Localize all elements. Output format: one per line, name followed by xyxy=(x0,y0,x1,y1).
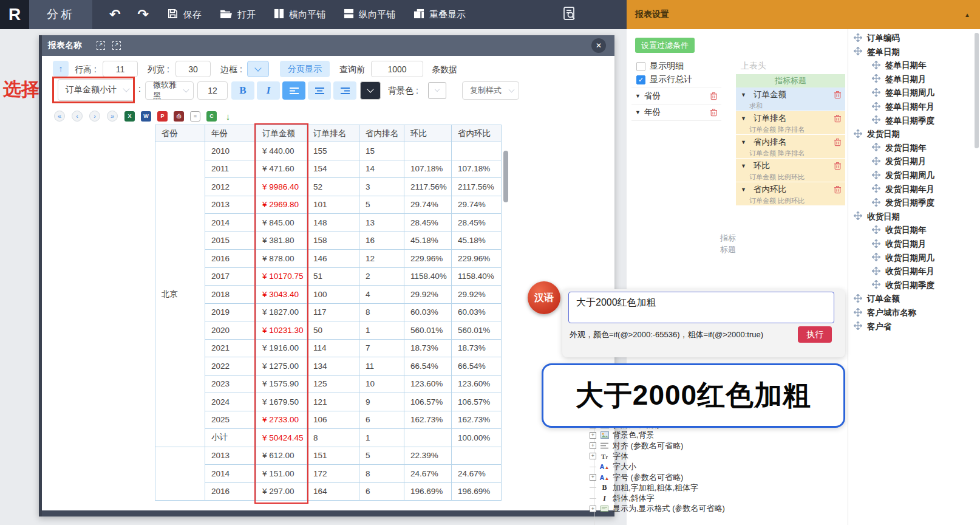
row-height-input[interactable]: 11 xyxy=(103,61,138,77)
table-row[interactable]: 2014¥ 151.00172824.67%24.67% xyxy=(155,465,502,483)
cell-rank[interactable]: 51 xyxy=(307,267,359,286)
cell-rank[interactable]: 125 xyxy=(307,375,359,393)
cell-amount[interactable]: ¥ 1275.00 xyxy=(256,357,307,376)
drag-handle-icon[interactable] xyxy=(872,267,880,277)
drag-handle-icon[interactable] xyxy=(854,211,862,222)
field-item[interactable]: 签单日期周几 xyxy=(859,88,934,98)
field-list-scrollbar[interactable] xyxy=(975,33,979,148)
show-row-total-checkbox-row[interactable]: ✓ 显示行总计 xyxy=(636,74,692,85)
cell-mom[interactable] xyxy=(404,142,452,160)
indicator-card[interactable]: ▼省内环比订单金额 比例环比 xyxy=(736,182,845,205)
expand-icon[interactable]: + xyxy=(590,442,596,449)
cell-year[interactable]: 2020 xyxy=(205,321,256,340)
first-page-icon[interactable]: « xyxy=(54,111,65,122)
expand-triangle-icon[interactable]: ▼ xyxy=(741,115,746,122)
cell-rank[interactable]: 148 xyxy=(307,214,359,232)
copy-style-select[interactable]: 复制样式 xyxy=(462,81,519,100)
close-icon[interactable]: ✕ xyxy=(591,38,606,53)
delete-icon[interactable] xyxy=(710,108,718,117)
show-row-total-checkbox[interactable]: ✓ xyxy=(636,75,645,84)
cell-mom[interactable]: 22.39% xyxy=(404,447,452,465)
column-header-6[interactable]: 省内环比 xyxy=(452,125,502,142)
delete-icon[interactable] xyxy=(834,185,842,194)
tree-item[interactable]: +A▲字号 (参数名可省略) xyxy=(590,472,683,483)
cell-year[interactable]: 2014 xyxy=(205,465,256,483)
toolbar-button-save[interactable]: 保存 xyxy=(167,8,202,21)
indicator-card[interactable]: ▼省内排名订单金额 降序排名 xyxy=(736,135,845,158)
field-item[interactable]: 发货日期年月 xyxy=(859,184,934,195)
column-header-0[interactable]: 省份 xyxy=(155,125,205,142)
cell-province-mom[interactable]: 18.73% xyxy=(452,339,502,357)
table-scrollbar[interactable] xyxy=(503,151,508,202)
field-item[interactable]: 发货日期季度 xyxy=(859,197,934,208)
cell-year[interactable]: 小计 xyxy=(205,429,256,447)
cell-amount[interactable]: ¥ 2733.00 xyxy=(256,411,307,429)
drag-handle-icon[interactable] xyxy=(854,321,862,332)
bg-color-swatch[interactable] xyxy=(428,82,446,99)
column-header-3[interactable]: 订单排名 xyxy=(307,125,359,142)
cell-amount[interactable]: ¥ 3043.40 xyxy=(256,286,307,304)
delete-icon[interactable] xyxy=(710,92,718,100)
cell-amount[interactable]: ¥ 612.00 xyxy=(256,447,307,465)
cell-mom[interactable]: 229.96% xyxy=(404,250,452,268)
cell-rank[interactable]: 172 xyxy=(307,465,359,483)
expand-icon[interactable]: + xyxy=(590,432,596,439)
cell-province-mom[interactable]: 100.00% xyxy=(452,429,502,447)
align-center-button[interactable] xyxy=(308,81,331,100)
cell-rank[interactable]: 52 xyxy=(307,178,359,196)
cell-amount[interactable]: ¥ 10231.30 xyxy=(256,321,307,340)
cell-year[interactable]: 2018 xyxy=(205,286,256,304)
cell-amount[interactable]: ¥ 845.00 xyxy=(256,214,307,232)
table-row[interactable]: 2014¥ 845.001481328.45%28.45% xyxy=(155,214,502,232)
query-count-input[interactable]: 1000 xyxy=(371,61,423,77)
show-detail-checkbox[interactable] xyxy=(636,62,645,71)
drag-handle-icon[interactable] xyxy=(854,308,862,318)
font-family-select[interactable]: 微软雅黑 xyxy=(145,81,194,100)
expand-icon[interactable]: + xyxy=(590,506,596,512)
cell-province-mom[interactable]: 28.45% xyxy=(452,214,502,232)
cell-year[interactable]: 2021 xyxy=(205,339,256,357)
cell-mom[interactable]: 107.18% xyxy=(404,160,452,178)
cell-province-mom[interactable]: 229.96% xyxy=(452,250,502,268)
expand-icon[interactable]: + xyxy=(590,474,596,481)
drag-handle-icon[interactable] xyxy=(872,184,880,194)
field-item[interactable]: 收货日期季度 xyxy=(859,280,934,291)
cell-province-mom[interactable]: 66.54% xyxy=(452,357,502,376)
resize-icon[interactable] xyxy=(112,41,121,50)
cell-year[interactable]: 2015 xyxy=(205,232,256,250)
excel-icon[interactable]: X xyxy=(124,111,135,122)
tree-item[interactable]: +背景色,背景 xyxy=(590,430,655,441)
drag-handle-icon[interactable] xyxy=(854,47,862,57)
cell-mom[interactable]: 29.92% xyxy=(404,286,452,304)
cell-province-mom[interactable] xyxy=(452,142,502,160)
cell-rank[interactable]: 101 xyxy=(307,196,359,214)
show-detail-checkbox-row[interactable]: 显示明细 xyxy=(636,61,684,72)
cell-mom[interactable]: 18.73% xyxy=(404,339,452,357)
drag-handle-icon[interactable] xyxy=(872,143,880,153)
cell-province-mom[interactable]: 1158.40% xyxy=(452,267,502,286)
field-item[interactable]: 收货日期月 xyxy=(859,239,927,250)
cell-province-rank[interactable]: 3 xyxy=(359,178,404,196)
cell-province-rank[interactable]: 8 xyxy=(359,303,404,321)
column-header-5[interactable]: 环比 xyxy=(404,125,452,142)
cell-province-rank[interactable]: 6 xyxy=(359,482,404,501)
column-header-4[interactable]: 省内排名 xyxy=(359,125,404,142)
drag-handle-icon[interactable] xyxy=(854,129,862,140)
table-row[interactable]: 2011¥ 471.6015414107.18%107.18% xyxy=(155,160,502,178)
drag-handle-icon[interactable] xyxy=(872,198,880,208)
drag-handle-icon[interactable] xyxy=(872,74,880,84)
field-item[interactable]: 发货日期年 xyxy=(859,143,927,154)
cell-province-mom[interactable]: 560.01% xyxy=(452,321,502,340)
cell-mom[interactable]: 29.74% xyxy=(404,196,452,214)
cell-amount[interactable]: ¥ 10170.75 xyxy=(256,267,307,286)
column-header-2[interactable]: 订单金额 xyxy=(256,125,307,142)
csv-icon[interactable]: C xyxy=(206,111,217,122)
field-item[interactable]: 发货日期周几 xyxy=(859,170,934,181)
cell-province-rank[interactable]: 16 xyxy=(359,232,404,250)
redo-icon[interactable]: ↷ xyxy=(137,8,148,21)
cell-province-mom[interactable] xyxy=(452,447,502,465)
cell-province-rank[interactable]: 9 xyxy=(359,393,404,411)
dimension-item[interactable]: ▼省份 xyxy=(631,88,721,105)
table-row[interactable]: 2025¥ 2733.001066162.73%162.73% xyxy=(155,411,502,429)
cell-year[interactable]: 2016 xyxy=(205,250,256,268)
